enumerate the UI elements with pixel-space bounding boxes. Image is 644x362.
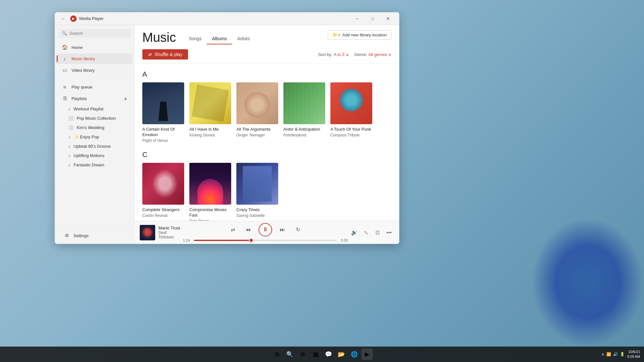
playlist-icon-pop: ⬜: [68, 116, 73, 121]
now-playing-bar: Manic Trust Deaf Tortoises ⇄ ⏮ ⏸ ⏭ ↻ 1:2…: [135, 221, 399, 244]
playlist-item-uplifting[interactable]: ♪ Uplifting Motions: [57, 151, 132, 160]
minimize-button[interactable]: ─: [350, 14, 365, 24]
playlist-item-upbeat[interactable]: ♪ Upbeat 80's Groove: [57, 142, 132, 151]
sort-value: A to Z: [334, 52, 345, 57]
content-toolbar: ⇄ Shuffle & play Sort by: A to Z ∨ Genre…: [135, 45, 399, 64]
previous-button[interactable]: ⏮: [243, 225, 253, 235]
back-button[interactable]: ←: [59, 14, 68, 23]
album-card-a4[interactable]: Ardor & Anticipation Pointlessknot: [283, 82, 325, 143]
playlist-item-workout[interactable]: ♪ Workout Playlist: [57, 105, 132, 113]
album-card-a2[interactable]: All I Have Is Me Kicking Gloves: [189, 82, 231, 143]
album-cover-c3: [236, 163, 278, 205]
more-options-button[interactable]: •••: [384, 227, 394, 238]
album-card-a3[interactable]: All The Arguments Ginger Teenager: [236, 82, 278, 143]
add-library-button[interactable]: 📁+ Add new library location: [328, 30, 392, 40]
playlist-label-upbeat: Upbeat 80's Groove: [74, 144, 111, 149]
sidebar-label-home: Home: [71, 45, 83, 50]
volume-button[interactable]: 🔊: [349, 227, 359, 238]
sidebar-label-queue: Play queue: [71, 85, 92, 89]
divider: [55, 79, 134, 79]
taskbar-taskview-button[interactable]: ⧉: [297, 348, 308, 360]
album-card-a1[interactable]: A Certain Kind Of Emotion Flight of Venu…: [142, 82, 184, 143]
close-button[interactable]: ✕: [381, 14, 395, 24]
progress-bar[interactable]: [194, 240, 337, 241]
album-cover-a1: [142, 82, 184, 124]
sidebar-label-music: Music library: [71, 56, 95, 61]
playlist-item-pop[interactable]: ⬜ Pop Music Collection: [57, 114, 132, 123]
tab-songs[interactable]: Songs: [184, 33, 207, 44]
section-c-letter: C: [142, 151, 392, 159]
now-playing-track: Manic Trust Deaf Tortoises: [140, 225, 182, 240]
wifi-icon: 📶: [606, 352, 611, 357]
progress-fill: [194, 240, 251, 241]
album-title-c3: Crazy Times: [236, 207, 278, 213]
shuffle-icon: ⇄: [148, 52, 152, 57]
playlist-label-pop: Pop Music Collection: [77, 116, 116, 121]
app-logo: ▶: [70, 15, 77, 22]
maximize-button[interactable]: □: [365, 14, 380, 24]
sidebar-item-music-library[interactable]: ♪ Music library: [57, 53, 132, 64]
taskbar-edge-button[interactable]: 🌐: [348, 348, 360, 360]
album-cover-a2: [189, 82, 231, 124]
miniplayer-button[interactable]: ⊡: [372, 227, 383, 238]
genre-control[interactable]: Genre: All genres ∨: [354, 52, 392, 57]
taskbar-search-button[interactable]: 🔍: [284, 348, 296, 360]
sort-control[interactable]: Sort by: A to Z ∨: [318, 52, 349, 57]
album-cover-a5: [330, 82, 372, 124]
taskbar-widgets-button[interactable]: ▦: [310, 348, 321, 360]
playlist-item-wedding[interactable]: ⬜ Kim's Wedding: [57, 123, 132, 132]
sidebar-item-settings[interactable]: ⚙ Settings: [59, 230, 130, 241]
tab-albums[interactable]: Albums: [207, 33, 232, 44]
section-a-letter: A: [142, 70, 392, 79]
taskbar: ⊞ 🔍 ⧉ ▦ 💬 📂 🌐 ▶ ∧ 📶 🔊 🔋 10/6/21 9:28 AM: [0, 347, 644, 362]
playlist-label-fantastic: Fantastic Dream: [74, 162, 104, 167]
album-card-a5[interactable]: A Touch Of Your Punk Compass Tribute: [330, 82, 372, 143]
album-title-c1: Complete Strangers: [142, 207, 184, 213]
playlist-item-enjoy[interactable]: ♪ ✨ Enjoy Pop: [57, 133, 132, 141]
album-cover-a3: [236, 82, 278, 124]
playlists-header[interactable]: ☰ Playlists ∧: [57, 93, 132, 104]
fullscreen-button[interactable]: ⤡: [361, 227, 371, 238]
sidebar-item-play-queue[interactable]: ≡ Play queue: [57, 82, 132, 92]
titlebar: ← ▶ Media Player ─ □ ✕: [55, 12, 399, 25]
taskbar-media-button[interactable]: ▶: [361, 348, 373, 360]
video-icon: ▭: [62, 67, 68, 73]
album-card-c3[interactable]: Crazy Times Saving Gabrielle: [236, 163, 278, 221]
repeat-button[interactable]: ↻: [293, 225, 303, 235]
sidebar-item-video-library[interactable]: ▭ Video library: [57, 65, 132, 76]
progress-thumb: [249, 238, 253, 243]
chevron-up-icon: ∧: [124, 96, 127, 101]
page-title: Music: [142, 31, 176, 44]
playlist-label-enjoy: ✨ Enjoy Pop: [74, 135, 99, 139]
shuffle-button[interactable]: ⇄: [228, 225, 238, 235]
album-card-c1[interactable]: Complete Strangers Corbin Revival: [142, 163, 184, 221]
chevron-up-tray-icon[interactable]: ∧: [601, 352, 604, 357]
pause-button[interactable]: ⏸: [259, 223, 272, 237]
battery-icon: 🔋: [620, 352, 625, 357]
album-title-a3: All The Arguments: [236, 127, 278, 132]
window-title: Media Player: [79, 16, 350, 21]
tab-artists[interactable]: Artists: [232, 33, 255, 44]
playlist-label-uplifting: Uplifting Motions: [74, 153, 105, 158]
album-card-c2[interactable]: Compromise Moves Fast Pete Brown: [189, 163, 231, 221]
search-icon: 🔍: [62, 31, 67, 36]
taskbar-start-button[interactable]: ⊞: [271, 348, 283, 360]
search-input[interactable]: [70, 31, 127, 36]
taskbar-explorer-button[interactable]: 📂: [336, 348, 347, 360]
next-button[interactable]: ⏭: [277, 225, 288, 235]
logo-icon: ▶: [72, 17, 75, 20]
album-cover-a4: [283, 82, 325, 124]
playlist-item-fantastic[interactable]: ♪ Fantastic Dream: [57, 161, 132, 169]
taskbar-clock[interactable]: 10/6/21 9:28 AM: [627, 349, 640, 359]
shuffle-play-button[interactable]: ⇄ Shuffle & play: [142, 49, 188, 60]
search-box[interactable]: 🔍: [59, 29, 130, 38]
genre-chevron-icon: ∨: [388, 52, 392, 57]
taskbar-chat-button[interactable]: 💬: [323, 348, 334, 360]
sort-label: Sort by:: [318, 52, 333, 57]
album-title-a2: All I Have Is Me: [189, 127, 231, 132]
section-a-grid: A Certain Kind Of Emotion Flight of Venu…: [142, 82, 392, 143]
sidebar-item-home[interactable]: 🏠 Home: [57, 42, 132, 53]
playlist-label-wedding: Kim's Wedding: [77, 125, 104, 130]
progress-bar-row: 1:24 3:29: [182, 238, 349, 242]
title-row: Music Songs Albums Artists 📁+ Add new li…: [142, 30, 392, 44]
